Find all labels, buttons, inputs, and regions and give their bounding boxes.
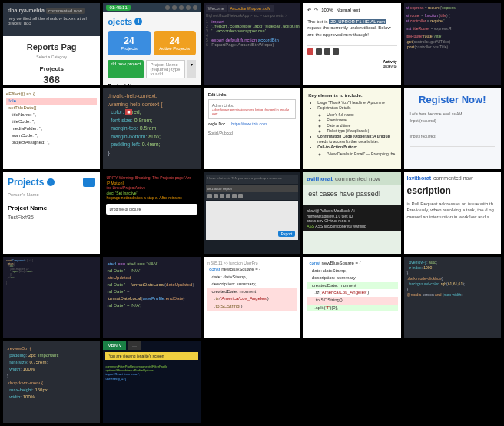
tile-projects-detail: Projectsi Person's Name Project Name Tes…	[3, 172, 100, 254]
tile-requirements: Key elements to include: Large "Thank Yo…	[303, 88, 400, 169]
screenshare-banner: You are viewing jenalite's screen	[105, 352, 197, 360]
tile-description: lavithoratcommented now escription is Pu…	[404, 172, 501, 254]
card-active[interactable]: 24Active Projects	[154, 31, 196, 55]
toolbar[interactable]	[206, 192, 298, 200]
tile-screenshare: VBN V⋯ You are viewing jenalite's screen…	[103, 341, 200, 423]
comment-header: lavithoratcommented now	[407, 175, 498, 181]
projects-heading: Projectsi	[8, 177, 95, 188]
code-area[interactable]: eEffect(() => { !ole setTitleData({ titl…	[6, 91, 97, 146]
browser-top: I have what a...in TLN you want a gumdro…	[206, 175, 298, 184]
comment-header: avithoratcommented now	[303, 172, 400, 185]
timer-badge: 01:45:11	[106, 5, 130, 11]
folder-icon[interactable]	[83, 178, 95, 187]
admin-links-section: Admin Links: +blueSquare permissions nee…	[208, 99, 296, 119]
tool-icon[interactable]	[333, 48, 339, 55]
tile-projects-app: 01:45:11 ojectsi 24Projects 24Active Pro…	[103, 3, 200, 85]
doc-toolbar[interactable]: ↶↷100%Normal text	[307, 7, 396, 15]
tab[interactable]: VBN V	[103, 341, 126, 350]
tile-date-code: ated === ated === 'NAN' nd Date ' + 'N/A…	[103, 257, 200, 338]
tile-express-code: st express = require('express st router …	[404, 3, 501, 85]
tile-terminal-warning: URITY Warning: Breaking: The Projects pa…	[103, 172, 200, 254]
tile-css-code: .invalid-help-context, .warning-help-con…	[103, 88, 200, 169]
tile-diff-2: const newBlueSquare = { date: dateStamp,…	[303, 257, 400, 338]
terminal-output: URITY Warning: Breaking: The Projects pa…	[106, 175, 197, 201]
tile-browser: I have what a...in TLN you want a gumdro…	[204, 172, 300, 254]
requirements-list: Large "Thank You" Headline: A promine Re…	[317, 100, 396, 157]
projects-label: Projects	[9, 65, 94, 72]
tile-effect-code: eEffect(() => { !ole setTitleData({ titl…	[3, 88, 100, 169]
code-area[interactable]: .reviewBtn { padding: 2px !important; fo…	[7, 345, 96, 401]
breadcrumb: HighestGoodNetworkApp > src > components…	[206, 13, 298, 18]
code-area[interactable]: m 585,11 >> function UserPro const newBl…	[207, 260, 297, 311]
reports-title: Reports Pag	[9, 42, 94, 52]
export-button[interactable]: Export	[278, 231, 295, 237]
footer-label: Social/Pubcod	[208, 131, 296, 135]
info-icon[interactable]: i	[47, 178, 55, 186]
field-label: oogle Doc	[208, 121, 226, 126]
redo-icon[interactable]: ↷	[314, 7, 318, 12]
project-value[interactable]: TestFix#35	[8, 215, 95, 220]
username: lavithorat	[407, 175, 432, 181]
format-select[interactable]: Normal text	[337, 8, 360, 12]
code-area[interactable]: .invalid-help-context, .warning-help-con…	[108, 92, 195, 157]
link-url[interactable]: https://www.this.com	[231, 121, 267, 126]
bottom-toolbar[interactable]	[307, 45, 396, 55]
tile-diff-1: m 585,11 >> function UserPro const newBl…	[204, 257, 300, 338]
tab-inactive[interactable]: ⋯	[128, 341, 141, 350]
field-label: Person's Name	[8, 192, 95, 197]
column-header: Project Name	[8, 205, 95, 211]
record-icon[interactable]	[307, 48, 313, 55]
tile-vscode: WelcomeAccordianWrapper.sx M HighestGood…	[204, 3, 300, 85]
content-area: Export	[206, 201, 298, 240]
comment-text: hey verified all the shadow boxes at all…	[8, 16, 95, 25]
description-text: is Pull Request addresses an issue with …	[407, 201, 498, 220]
tile-dark-code: const Component = () => { return ( <div>…	[3, 257, 100, 338]
card-projects[interactable]: 24Projects	[108, 31, 150, 55]
tab-active[interactable]: AccordianWrapper.sx M	[228, 5, 274, 12]
field-label: Input (required)	[410, 118, 495, 123]
description-heading: escription	[407, 185, 498, 196]
projects-count: 368	[9, 74, 94, 85]
code-area[interactable]: ated === ated === 'NAN' nd Date ' + 'N/A…	[107, 261, 196, 309]
terminal: allavi@Pallavis-MacBook-Ai hgnreactapp@0…	[303, 205, 400, 231]
project-name-input[interactable]: Project Name (required) type to add	[146, 60, 184, 78]
column-header: Project Name	[108, 83, 195, 85]
tab-welcome[interactable]: Welcome	[206, 5, 227, 12]
username: avithorat	[307, 175, 333, 182]
input-field[interactable]	[410, 141, 495, 147]
url-bar[interactable]: un-106 url: https://	[206, 185, 298, 192]
code-area[interactable]: overflow-y: auto; z-index: 1000; } .dark…	[407, 260, 498, 298]
modal-title: Edit Links	[208, 92, 296, 97]
tool-icon[interactable]	[316, 48, 322, 55]
tile-test-passed: avithoratcommented now est cases have pa…	[303, 172, 400, 254]
input-field[interactable]	[410, 125, 495, 131]
code-area[interactable]: 1import 2'./report','collapsible','app',…	[206, 19, 298, 47]
tile-edit-links: Edit Links Admin Links: +blueSquare perm…	[204, 88, 300, 169]
tile-comment-reports: dhairya-mehta commented now hey verified…	[3, 3, 100, 85]
tile-css-review: .reviewBtn { padding: 2px !important; fo…	[3, 341, 100, 423]
register-title: Register Now!	[410, 94, 495, 105]
code-area[interactable]: st express = require('express st router …	[406, 5, 499, 50]
dropdown-icon[interactable]: ▾	[187, 60, 196, 78]
field-label: Input (required)	[410, 134, 495, 138]
dropzone[interactable]: Drop file or picture	[106, 204, 197, 215]
window-controls[interactable]	[165, 5, 197, 10]
activity-panel: Activityordey to	[307, 59, 396, 68]
tile-register: Register Now! Let's here become level as…	[404, 88, 501, 169]
info-icon[interactable]: i	[134, 18, 142, 25]
comment-tag: commented now	[46, 8, 85, 14]
add-project-button[interactable]: dd new project	[108, 60, 144, 78]
tool-icon[interactable]	[324, 48, 330, 55]
zoom-level[interactable]: 100%	[321, 8, 333, 12]
code-area[interactable]: const Component = () => { return ( <div>…	[6, 260, 97, 285]
code-area[interactable]: common/FilterProfile/components/FilterPr…	[103, 362, 200, 383]
tile-document: ↶↷100%Normal text The bet is 20_UPROR F1…	[303, 3, 400, 85]
code-area[interactable]: const newBlueSquare = { date: dateStamp,…	[307, 260, 397, 311]
titlebar: 01:45:11	[103, 3, 200, 12]
username: dhairya-mehta	[8, 8, 45, 13]
tile-css-dark: overflow-y: auto; z-index: 1000; } .dark…	[404, 257, 501, 338]
doc-text[interactable]: The bet is 20_UPROR F1 HEIAL ram repose …	[307, 18, 396, 38]
undo-icon[interactable]: ↶	[307, 7, 311, 12]
category-select[interactable]: Select a Category	[9, 55, 94, 59]
comment-text: est cases have passed!	[303, 185, 400, 202]
